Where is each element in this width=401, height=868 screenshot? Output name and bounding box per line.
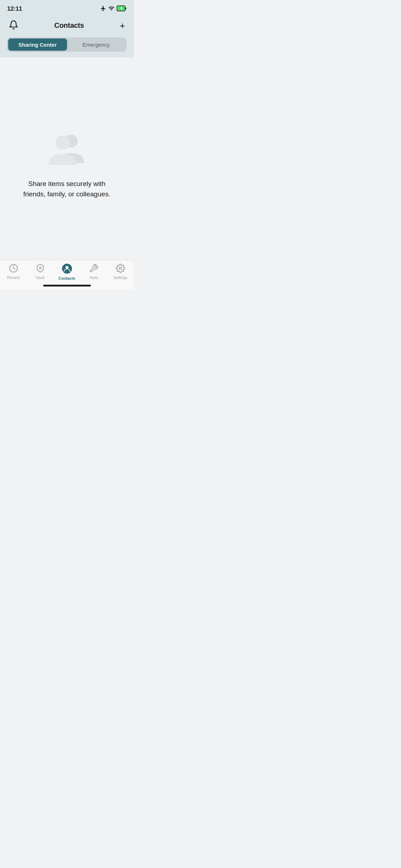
settings-icon	[116, 264, 125, 274]
svg-point-6	[39, 267, 41, 269]
svg-rect-2	[125, 7, 126, 9]
header: Contacts +	[0, 16, 134, 37]
status-bar: 12:11	[0, 0, 134, 16]
contacts-label: Contacts	[58, 276, 75, 280]
vault-label: Vault	[36, 275, 44, 280]
recent-icon	[9, 264, 18, 274]
settings-label: Settings	[113, 275, 128, 280]
svg-point-9	[119, 267, 122, 270]
svg-point-4	[56, 135, 70, 150]
recent-label: Recent	[7, 275, 20, 280]
tab-container: Sharing Center Emergency	[0, 37, 134, 57]
empty-contacts-icon	[46, 131, 88, 168]
page-title: Contacts	[54, 21, 84, 30]
tab-emergency[interactable]: Emergency	[67, 38, 126, 51]
status-icons	[100, 5, 127, 13]
add-button[interactable]: +	[118, 20, 127, 32]
tab-sharing-center[interactable]: Sharing Center	[8, 38, 67, 51]
nav-recent[interactable]: Recent	[0, 264, 27, 289]
battery-icon	[117, 5, 127, 13]
airplane-icon	[100, 5, 106, 13]
nav-settings[interactable]: Settings	[107, 264, 134, 289]
vault-icon	[36, 264, 45, 274]
svg-point-8	[65, 266, 68, 269]
status-time: 12:11	[7, 5, 22, 12]
contacts-icon	[62, 264, 72, 275]
main-content: Share items securely with friends, famil…	[0, 57, 134, 259]
tools-label: Tools	[89, 275, 98, 280]
notifications-button[interactable]	[7, 19, 20, 32]
empty-state-text: Share items securely with friends, famil…	[21, 179, 113, 199]
wifi-icon	[108, 5, 114, 13]
tools-icon	[89, 264, 98, 274]
tab-switcher: Sharing Center Emergency	[7, 37, 127, 52]
home-indicator	[43, 285, 91, 286]
